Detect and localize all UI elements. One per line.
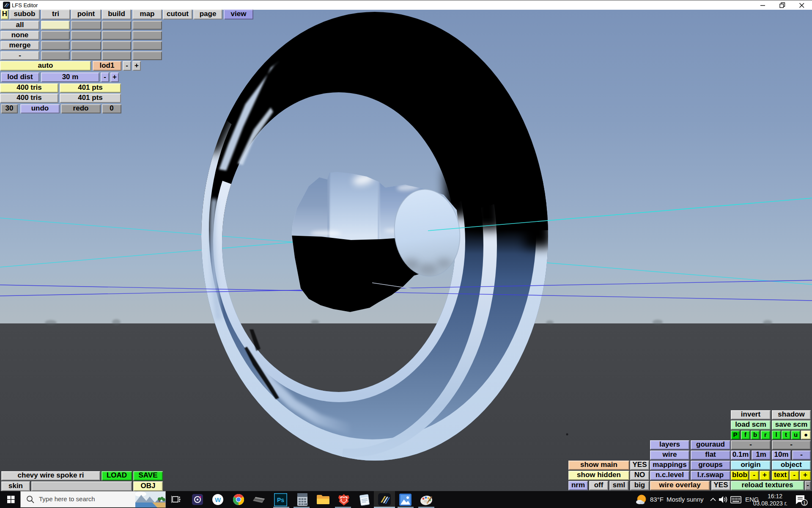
svg-text:Ps: Ps [277, 497, 284, 503]
svg-text:W: W [215, 496, 221, 503]
svg-text:1: 1 [803, 500, 806, 505]
